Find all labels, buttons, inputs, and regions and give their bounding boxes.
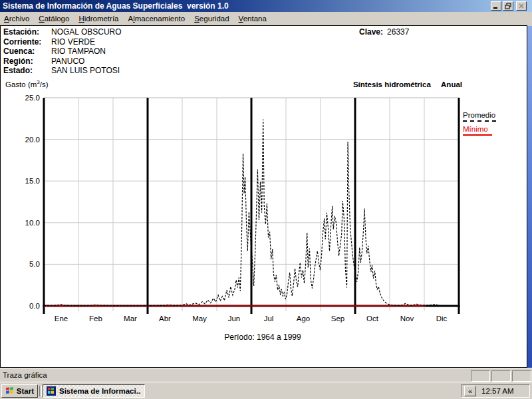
period-caption: Período: 1964 a 1999 [180, 332, 346, 342]
desktop-edge-strip [527, 26, 532, 368]
menu-item-almacenamiento[interactable]: Almacenamiento [128, 15, 186, 23]
status-pane [512, 370, 531, 382]
restore-icon [505, 3, 511, 9]
app-icon [47, 386, 57, 396]
chart-mode: Anual [441, 80, 462, 88]
window-titlebar: Sistema de Información de Aguas Superfic… [0, 0, 532, 12]
tray-clock: 12:57 AM [481, 387, 514, 395]
x-tick-label: Feb [89, 315, 102, 323]
chart-title: Síntesis hidrométrica [353, 80, 431, 88]
x-tick-label: Dic [436, 315, 448, 323]
promedio-series-line [44, 120, 442, 306]
info-row: Región:PANUCO [3, 57, 122, 66]
start-button[interactable]: Start [1, 384, 38, 398]
y-axis-title: Gasto (m3/s) [5, 79, 49, 88]
menu-item-hidrometría[interactable]: Hidrometría [78, 15, 118, 23]
station-info: Estación:NOGAL OBSCUROCorriente:RIO VERD… [3, 27, 122, 76]
menu-item-seguridad[interactable]: Seguridad [194, 15, 229, 23]
legend-minimo-line-icon [463, 134, 492, 136]
chevron-left-icon: « [468, 387, 472, 395]
status-pane [471, 370, 490, 382]
legend-minimo-label: Mínimo [463, 125, 496, 133]
x-tick-label: Nov [400, 315, 414, 323]
y-tick-label: 25.0 [25, 94, 40, 102]
start-label: Start [17, 387, 34, 395]
legend-promedio-line-icon [463, 120, 496, 122]
status-bar: Traza gráfica [0, 368, 532, 382]
info-row: Corriente:RIO VERDE [3, 37, 122, 47]
info-row: Estado:SAN LUIS POTOSI [3, 66, 122, 76]
menu-item-ventana[interactable]: Ventana [239, 15, 267, 23]
close-button[interactable] [516, 1, 527, 11]
clave-value: 26337 [387, 27, 409, 37]
clave-label: Clave: [359, 27, 383, 37]
restore-button[interactable] [503, 1, 513, 11]
y-tick-label: 0.0 [29, 302, 40, 310]
x-tick-label: Ago [297, 315, 310, 323]
chart-plot: 0.05.010.015.020.025.0EneFebMarAbrMayJun… [0, 93, 466, 327]
y-tick-label: 5.0 [29, 260, 40, 268]
system-tray: « 12:57 AM [461, 384, 530, 398]
info-row: Cuenca:RIO TAMPAON [3, 47, 122, 57]
taskbar-app-button[interactable]: Sistema de Informaci... [43, 384, 145, 398]
menu-item-catálogo[interactable]: Catálogo [39, 15, 69, 23]
x-tick-label: May [192, 315, 207, 323]
taskbar-app-label: Sistema de Informaci... [59, 387, 141, 395]
chart-legend: Promedio Mínimo [463, 111, 496, 136]
info-row: Estación:NOGAL OBSCURO [3, 27, 122, 37]
y-tick-label: 15.0 [25, 177, 40, 185]
status-text: Traza gráfica [3, 371, 47, 379]
y-tick-label: 20.0 [25, 136, 40, 144]
x-tick-label: Sep [331, 315, 344, 323]
desktop: Sistema de Información de Aguas Superfic… [0, 0, 532, 399]
taskbar: Start Sistema de Informaci... « 12:57 AM [0, 382, 532, 399]
minimize-button[interactable] [491, 1, 501, 11]
menu-item-archivo[interactable]: Archivo [4, 15, 29, 23]
close-icon [518, 3, 525, 9]
tray-chevron-button[interactable]: « [464, 386, 476, 396]
station-clave: Clave:26337 [359, 27, 409, 37]
status-pane [491, 370, 511, 382]
x-tick-label: Mar [124, 315, 137, 323]
chart-header: Síntesis hidrométrica Anual [286, 80, 462, 88]
x-tick-label: Abr [159, 315, 171, 323]
legend-promedio-label: Promedio [463, 111, 496, 119]
window-title: Sistema de Información de Aguas Superfic… [3, 1, 229, 11]
taskbar-divider [39, 386, 42, 396]
x-tick-label: Jul [264, 315, 274, 323]
windows-logo-icon [5, 386, 15, 396]
menu-bar: ArchivoCatálogoHidrometríaAlmacenamiento… [0, 12, 532, 25]
x-tick-label: Jun [228, 315, 241, 323]
minimize-icon [493, 3, 499, 9]
x-tick-label: Ene [55, 315, 68, 323]
x-tick-label: Oct [366, 315, 379, 323]
y-tick-label: 10.0 [25, 219, 40, 227]
window-controls [489, 1, 527, 11]
